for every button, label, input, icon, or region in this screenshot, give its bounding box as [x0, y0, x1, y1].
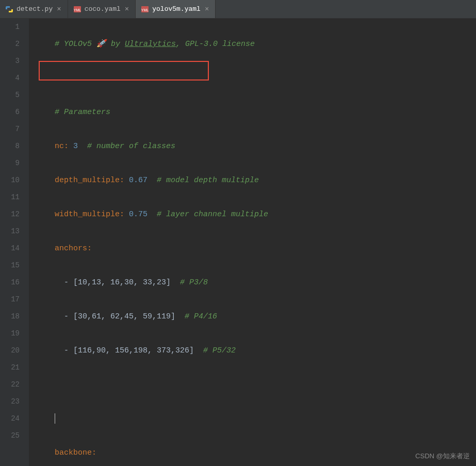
line-number: 21 — [0, 359, 20, 376]
tab-label: detect.py — [17, 5, 53, 13]
yaml-icon: YML — [141, 5, 149, 13]
close-icon[interactable]: × — [124, 5, 130, 13]
line-number: 2 — [0, 36, 20, 53]
code-line: - [10,13, 16,30, 33,23] # P3/8 — [55, 274, 476, 291]
line-number: 9 — [0, 155, 20, 172]
code-content[interactable]: # YOLOv5 🚀 by Ultralytics, GPL-3.0 licen… — [29, 19, 476, 466]
line-number: 24 — [0, 410, 20, 427]
line-number — [0, 444, 20, 461]
code-line: depth_multiple: 0.67 # model depth multi… — [55, 172, 476, 189]
tab-bar: detect.py × YML coco.yaml × YML yolov5m.… — [0, 0, 476, 19]
code-line — [55, 410, 476, 427]
tab-label: coco.yaml — [85, 5, 121, 13]
line-number: 17 — [0, 291, 20, 308]
line-number: 8 — [0, 138, 20, 155]
tab-coco-yaml[interactable]: YML coco.yaml × — [68, 0, 136, 18]
python-icon — [5, 5, 13, 13]
line-number: 12 — [0, 206, 20, 223]
line-number: 10 — [0, 172, 20, 189]
code-line: anchors: — [55, 240, 476, 257]
code-line — [55, 70, 476, 87]
line-number: 15 — [0, 257, 20, 274]
tab-yolov5m-yaml[interactable]: YML yolov5m.yaml × — [136, 0, 216, 18]
line-number: 19 — [0, 325, 20, 342]
tab-detect-py[interactable]: detect.py × — [0, 0, 68, 18]
line-number: 5 — [0, 87, 20, 104]
text-cursor — [55, 413, 55, 424]
line-number: 20 — [0, 342, 20, 359]
line-number: 1 — [0, 19, 20, 36]
line-number: 22 — [0, 376, 20, 393]
code-line: - [116,90, 156,198, 373,326] # P5/32 — [55, 342, 476, 359]
close-icon[interactable]: × — [56, 5, 62, 13]
line-number: 16 — [0, 274, 20, 291]
line-number: 25 — [0, 427, 20, 444]
line-number: 7 — [0, 121, 20, 138]
svg-text:YML: YML — [141, 8, 149, 12]
code-line: # YOLOv5 🚀 by Ultralytics, GPL-3.0 licen… — [55, 36, 476, 53]
line-number: 11 — [0, 189, 20, 206]
line-number: 18 — [0, 308, 20, 325]
svg-text:YML: YML — [73, 8, 81, 12]
tab-label: yolov5m.yaml — [152, 5, 201, 13]
yaml-icon: YML — [73, 5, 81, 13]
line-number: 14 — [0, 240, 20, 257]
line-number: 13 — [0, 223, 20, 240]
code-line: - [30,61, 62,45, 59,119] # P4/16 — [55, 308, 476, 325]
line-number-gutter: 1 2 3 4 5 6 7 8 9 10 11 12 13 14 15 16 1… — [0, 19, 29, 466]
line-number: 6 — [0, 104, 20, 121]
code-line: width_multiple: 0.75 # layer channel mul… — [55, 206, 476, 223]
line-number: 23 — [0, 393, 20, 410]
code-line: # Parameters — [55, 104, 476, 121]
close-icon[interactable]: × — [204, 5, 210, 13]
editor-area[interactable]: 1 2 3 4 5 6 7 8 9 10 11 12 13 14 15 16 1… — [0, 19, 476, 466]
watermark-text: CSDN @知来者逆 — [415, 452, 470, 461]
line-number: 3 — [0, 53, 20, 70]
code-line — [55, 376, 476, 393]
code-line: backbone: — [55, 444, 476, 461]
line-number: 4 — [0, 70, 20, 87]
code-line: nc: 3 # number of classes — [55, 138, 476, 155]
